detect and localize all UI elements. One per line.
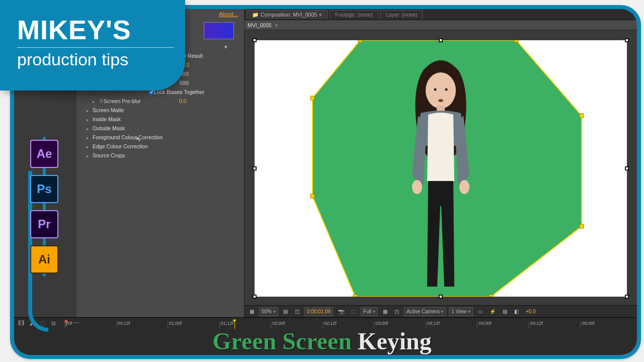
camera-dropdown[interactable]: Active Camera bbox=[404, 307, 446, 316]
views-dropdown[interactable]: 1 View bbox=[449, 307, 473, 316]
twirl-icon[interactable] bbox=[87, 125, 93, 131]
3d-view-icon[interactable]: ◳ bbox=[392, 307, 401, 316]
talent-figure bbox=[398, 55, 484, 292]
transform-handle[interactable] bbox=[625, 167, 628, 170]
effect-property[interactable]: Inside Mask bbox=[78, 115, 240, 124]
transform-handle[interactable] bbox=[253, 167, 256, 170]
transform-handle[interactable] bbox=[439, 39, 442, 42]
transform-handle[interactable] bbox=[625, 39, 628, 42]
property-label: Source Crops bbox=[93, 152, 168, 158]
snapshot-icon[interactable]: 📷 bbox=[336, 307, 346, 316]
property-dropdown[interactable]: ▾ bbox=[224, 44, 227, 50]
property-label: Screen Matte bbox=[93, 107, 168, 113]
twirl-icon[interactable] bbox=[87, 116, 93, 122]
region-icon[interactable]: ⬚ bbox=[349, 307, 358, 316]
app-icon-after-effects: Ae bbox=[30, 140, 58, 168]
svg-point-16 bbox=[459, 180, 469, 194]
effect-property[interactable]: Screen Matte bbox=[78, 106, 240, 115]
property-label: Outside Mask bbox=[93, 125, 168, 131]
about-link[interactable]: About... bbox=[219, 11, 238, 17]
current-time[interactable]: 0;00;01;09 bbox=[304, 307, 333, 316]
resolution-dropdown[interactable]: Full bbox=[361, 307, 378, 316]
exposure-value[interactable]: +0.0 bbox=[524, 307, 538, 316]
app-icon-premiere: Pr bbox=[30, 210, 58, 238]
channel-badge: MIKEY'S production tips bbox=[0, 0, 185, 90]
transparency-grid-icon[interactable]: ▦ bbox=[381, 307, 389, 316]
svg-rect-8 bbox=[310, 194, 314, 198]
svg-point-12 bbox=[445, 88, 448, 90]
color-chip[interactable] bbox=[179, 80, 189, 85]
composition-viewer: 📁 Composition: MVI_0005 ▾ Footage: (none… bbox=[245, 9, 637, 317]
app-icon-photoshop: Ps bbox=[30, 175, 58, 203]
tab-layer[interactable]: Layer: (none) bbox=[380, 10, 423, 19]
transform-handle[interactable] bbox=[625, 295, 628, 298]
effect-property[interactable]: Foreground Colour Correction bbox=[78, 133, 240, 142]
twirl-icon[interactable] bbox=[87, 134, 93, 140]
flowchart-icon[interactable]: ◧ bbox=[512, 307, 521, 316]
badge-subtitle: production tips bbox=[17, 50, 174, 69]
comp-name-tab[interactable]: MVI_0005× bbox=[245, 20, 637, 30]
clone-icon[interactable]: ⧉ bbox=[51, 320, 59, 328]
adobe-apps-rail: AePsPrAi bbox=[30, 140, 58, 274]
render-queue-icon[interactable]: 🎞 bbox=[18, 320, 26, 328]
twirl-icon[interactable] bbox=[87, 152, 93, 158]
property-label: Inside Mask bbox=[93, 116, 168, 122]
app-icon-illustrator: Ai bbox=[30, 245, 58, 274]
grid-icon[interactable]: ◫ bbox=[293, 307, 301, 316]
property-label: Foreground Colour Correction bbox=[93, 134, 168, 140]
property-label: Edge Colour Correction bbox=[93, 143, 168, 149]
transform-handle[interactable] bbox=[439, 295, 442, 298]
svg-rect-4 bbox=[580, 114, 584, 118]
svg-rect-6 bbox=[489, 295, 493, 297]
channel-icon[interactable]: ▤ bbox=[281, 307, 290, 316]
viewer-footer-bar: ▦ 50% ▤ ◫ 0;00;01;09 📷 ⬚ Full ▦ ◳ Active… bbox=[245, 305, 637, 317]
tab-footage[interactable]: Footage: (none) bbox=[330, 10, 378, 19]
badge-title: MIKEY'S bbox=[17, 16, 174, 43]
viewer-menu-icon[interactable]: ▦ bbox=[248, 307, 256, 316]
fast-previews-icon[interactable]: ⚡ bbox=[488, 307, 498, 316]
svg-point-11 bbox=[434, 88, 437, 90]
viewport[interactable] bbox=[245, 31, 637, 305]
svg-point-15 bbox=[412, 180, 422, 194]
transform-handle[interactable] bbox=[253, 295, 256, 298]
svg-rect-7 bbox=[353, 295, 357, 297]
close-icon[interactable]: × bbox=[275, 22, 278, 28]
effect-property[interactable]: Source Crops bbox=[78, 151, 240, 160]
transform-handle[interactable] bbox=[253, 39, 256, 42]
badge-shadow bbox=[5, 90, 181, 106]
svg-rect-2 bbox=[358, 40, 362, 42]
svg-rect-3 bbox=[514, 40, 518, 42]
pixel-aspect-icon[interactable]: ▭ bbox=[476, 307, 485, 316]
svg-rect-5 bbox=[580, 224, 584, 228]
effect-property[interactable]: Edge Colour Correction bbox=[78, 142, 240, 151]
timeline-icon[interactable]: ▤ bbox=[501, 307, 509, 316]
svg-point-13 bbox=[438, 99, 443, 102]
twirl-icon[interactable] bbox=[87, 143, 93, 149]
screen-color-swatch[interactable] bbox=[204, 22, 234, 39]
effect-property[interactable]: Outside Mask bbox=[78, 124, 240, 133]
svg-rect-9 bbox=[310, 96, 314, 100]
tab-composition[interactable]: 📁 Composition: MVI_0005 ▾ bbox=[247, 10, 328, 19]
twirl-icon[interactable] bbox=[87, 107, 93, 113]
viewer-tab-bar: 📁 Composition: MVI_0005 ▾ Footage: (none… bbox=[245, 9, 637, 20]
composition-canvas[interactable] bbox=[255, 40, 627, 297]
zoom-dropdown[interactable]: 50% bbox=[259, 307, 278, 316]
video-title: Green Screen Keying bbox=[0, 327, 644, 355]
svg-point-10 bbox=[426, 72, 456, 109]
